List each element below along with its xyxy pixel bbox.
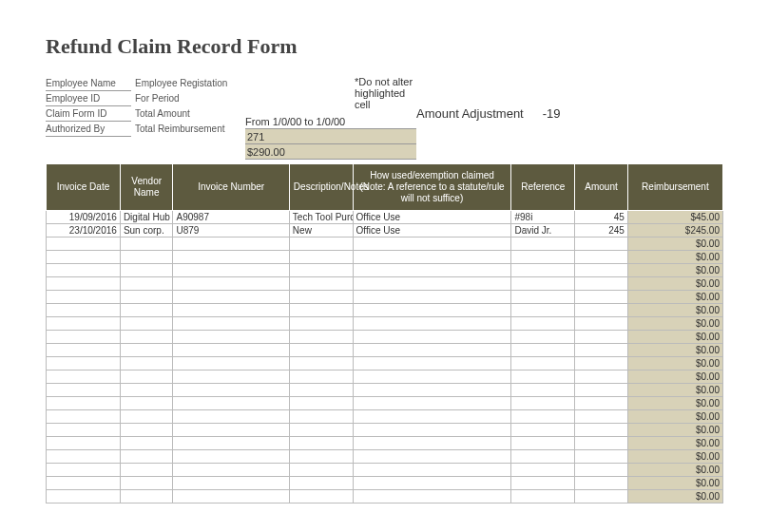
cell-description[interactable] [289, 291, 353, 304]
cell-invoice-date[interactable] [47, 464, 121, 477]
cell-reference[interactable] [511, 331, 575, 344]
cell-invoice-number[interactable] [173, 344, 289, 357]
cell-how-used[interactable] [353, 490, 511, 504]
cell-amount[interactable] [575, 264, 628, 277]
cell-how-used[interactable]: Office Use [353, 211, 511, 224]
cell-amount[interactable]: 45 [575, 211, 628, 224]
cell-description[interactable] [289, 344, 353, 357]
cell-amount[interactable] [575, 291, 628, 304]
cell-how-used[interactable] [353, 304, 511, 317]
cell-vendor[interactable] [120, 251, 173, 264]
cell-how-used[interactable] [353, 464, 511, 477]
cell-amount[interactable] [575, 384, 628, 397]
cell-amount[interactable] [575, 304, 628, 317]
cell-reimbursement[interactable]: $0.00 [627, 410, 722, 424]
cell-vendor[interactable] [120, 238, 173, 251]
cell-invoice-date[interactable]: 19/09/2016 [47, 211, 121, 224]
cell-description[interactable] [289, 397, 353, 410]
cell-reimbursement[interactable]: $0.00 [627, 277, 722, 291]
cell-reference[interactable] [511, 317, 575, 331]
cell-reference[interactable] [511, 344, 575, 357]
cell-description[interactable]: Tech Tool Purchasing [289, 211, 353, 224]
cell-reimbursement[interactable]: $0.00 [627, 344, 722, 357]
cell-reference[interactable] [511, 251, 575, 264]
cell-description[interactable] [289, 370, 353, 384]
cell-amount[interactable] [575, 477, 628, 490]
cell-invoice-number[interactable] [173, 370, 289, 384]
cell-invoice-date[interactable] [47, 490, 121, 504]
cell-amount[interactable] [575, 317, 628, 331]
cell-reference[interactable] [511, 410, 575, 424]
cell-how-used[interactable] [353, 477, 511, 490]
cell-invoice-date[interactable] [47, 344, 121, 357]
cell-how-used[interactable] [353, 424, 511, 437]
cell-invoice-number[interactable] [173, 464, 289, 477]
cell-reference[interactable] [511, 357, 575, 370]
cell-reference[interactable] [511, 264, 575, 277]
cell-reference[interactable] [511, 277, 575, 291]
cell-invoice-number[interactable]: A90987 [173, 211, 289, 224]
cell-reference[interactable] [511, 238, 575, 251]
cell-amount[interactable] [575, 238, 628, 251]
cell-reference[interactable] [511, 397, 575, 410]
cell-vendor[interactable] [120, 264, 173, 277]
cell-reference[interactable] [511, 424, 575, 437]
cell-description[interactable] [289, 410, 353, 424]
cell-vendor[interactable] [120, 304, 173, 317]
cell-amount[interactable] [575, 464, 628, 477]
cell-how-used[interactable] [353, 450, 511, 464]
cell-invoice-date[interactable] [47, 277, 121, 291]
cell-vendor[interactable] [120, 424, 173, 437]
cell-invoice-date[interactable] [47, 397, 121, 410]
cell-description[interactable] [289, 490, 353, 504]
cell-amount[interactable] [575, 357, 628, 370]
cell-description[interactable] [289, 450, 353, 464]
cell-how-used[interactable] [353, 357, 511, 370]
cell-invoice-date[interactable] [47, 291, 121, 304]
cell-amount[interactable] [575, 251, 628, 264]
cell-reference[interactable] [511, 464, 575, 477]
cell-description[interactable] [289, 384, 353, 397]
cell-invoice-number[interactable]: U879 [173, 224, 289, 238]
cell-reimbursement[interactable]: $0.00 [627, 450, 722, 464]
cell-reference[interactable] [511, 384, 575, 397]
cell-reimbursement[interactable]: $0.00 [627, 251, 722, 264]
cell-invoice-date[interactable] [47, 317, 121, 331]
cell-vendor[interactable] [120, 490, 173, 504]
cell-invoice-date[interactable] [47, 357, 121, 370]
cell-reference[interactable] [511, 490, 575, 504]
cell-how-used[interactable] [353, 331, 511, 344]
cell-reimbursement[interactable]: $0.00 [627, 424, 722, 437]
cell-reimbursement[interactable]: $45.00 [627, 211, 722, 224]
cell-invoice-number[interactable] [173, 477, 289, 490]
cell-reference[interactable] [511, 291, 575, 304]
cell-how-used[interactable] [353, 264, 511, 277]
cell-invoice-number[interactable] [173, 490, 289, 504]
cell-invoice-number[interactable] [173, 357, 289, 370]
cell-how-used[interactable] [353, 370, 511, 384]
cell-reimbursement[interactable]: $0.00 [627, 397, 722, 410]
cell-reference[interactable]: #98i [511, 211, 575, 224]
cell-description[interactable] [289, 424, 353, 437]
cell-reference[interactable] [511, 450, 575, 464]
cell-reference[interactable]: David Jr. [511, 224, 575, 238]
cell-vendor[interactable] [120, 464, 173, 477]
cell-description[interactable]: New [289, 224, 353, 238]
cell-reference[interactable] [511, 477, 575, 490]
cell-invoice-number[interactable] [173, 410, 289, 424]
cell-reimbursement[interactable]: $0.00 [627, 464, 722, 477]
cell-how-used[interactable] [353, 317, 511, 331]
cell-vendor[interactable] [120, 370, 173, 384]
cell-vendor[interactable] [120, 477, 173, 490]
cell-invoice-number[interactable] [173, 317, 289, 331]
cell-description[interactable] [289, 464, 353, 477]
cell-vendor[interactable] [120, 410, 173, 424]
cell-description[interactable] [289, 238, 353, 251]
cell-invoice-date[interactable] [47, 238, 121, 251]
cell-vendor[interactable] [120, 331, 173, 344]
cell-how-used[interactable] [353, 384, 511, 397]
cell-amount[interactable] [575, 410, 628, 424]
cell-how-used[interactable] [353, 238, 511, 251]
cell-amount[interactable] [575, 437, 628, 450]
cell-invoice-date[interactable] [47, 384, 121, 397]
